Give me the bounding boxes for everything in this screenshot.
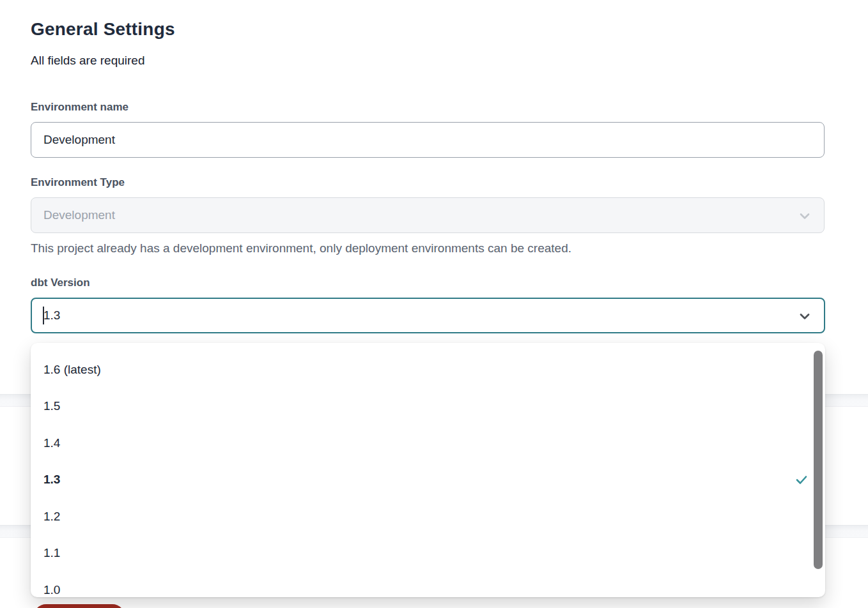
option-label: 1.6 (latest)	[43, 363, 101, 377]
option-label: 1.5	[43, 399, 60, 413]
option-label: 1.1	[43, 546, 60, 560]
environment-type-label: Environment Type	[31, 176, 125, 189]
chevron-down-icon[interactable]	[797, 308, 812, 324]
option-label: 1.4	[43, 436, 60, 450]
page-title: General Settings	[31, 19, 175, 40]
option-label: 1.3	[43, 473, 60, 487]
dropdown-scrollbar[interactable]	[814, 351, 823, 569]
option-label: 1.2	[43, 510, 60, 524]
option-label: 1.0	[43, 583, 60, 597]
check-icon	[794, 473, 809, 487]
dbt-version-value: 1.3	[43, 308, 60, 323]
dropdown-option[interactable]: 1.6 (latest)	[31, 351, 825, 388]
environment-type-value: Development	[43, 208, 115, 222]
dbt-version-combobox[interactable]: 1.3	[31, 298, 825, 333]
environment-name-label: Environment name	[31, 101, 128, 114]
dropdown-option[interactable]: 1.5	[31, 388, 825, 425]
dropdown-option[interactable]: 1.2	[31, 498, 825, 535]
required-fields-note: All fields are required	[31, 54, 144, 68]
dropdown-option[interactable]: 1.4	[31, 425, 825, 462]
dbt-version-dropdown-menu: 1.6 (latest) 1.5 1.4 1.3 1.2 1.1 1.0	[31, 343, 825, 597]
chevron-down-icon	[797, 208, 812, 224]
environment-type-help-text: This project already has a development e…	[31, 241, 571, 255]
dropdown-option-selected[interactable]: 1.3	[31, 462, 825, 499]
environment-type-select: Development	[31, 197, 825, 233]
dbt-version-label: dbt Version	[31, 277, 90, 289]
dropdown-option[interactable]: 1.0	[31, 572, 825, 597]
danger-button-partial[interactable]	[34, 604, 125, 608]
environment-settings-page: General Settings All fields are required…	[0, 0, 868, 608]
dropdown-option[interactable]: 1.1	[31, 535, 825, 572]
environment-name-input[interactable]	[31, 122, 825, 158]
